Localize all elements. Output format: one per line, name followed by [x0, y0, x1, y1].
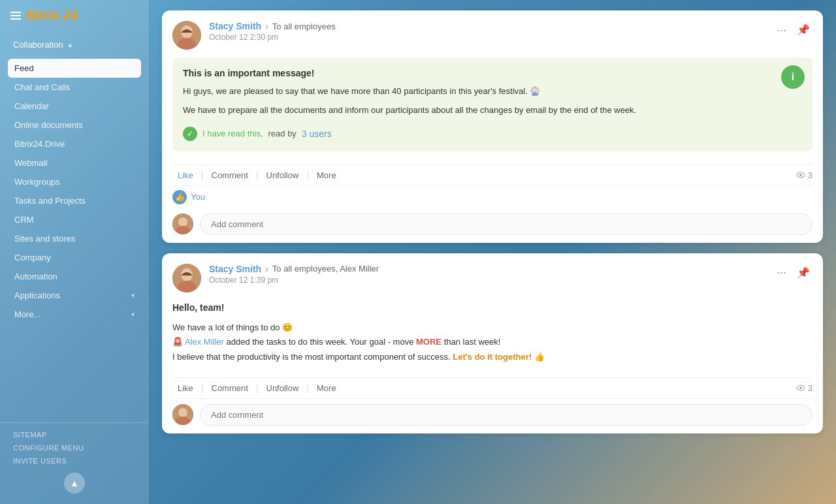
post-header-2: Stacy Smith › To all employees, Alex Mil…: [162, 253, 823, 300]
read-this-row-1: ✓ I have read this, read by 3 users: [183, 127, 802, 141]
post-meta-2: Stacy Smith › To all employees, Alex Mil…: [209, 264, 766, 285]
pin-button-2[interactable]: 📌: [794, 264, 812, 281]
app-number: 24: [63, 8, 78, 22]
sidebar-item-company[interactable]: Company: [8, 248, 141, 267]
sidebar-item-sites[interactable]: Sites and stores: [8, 229, 141, 248]
important-body-1: Hi guys, we are pleased to say that we h…: [183, 85, 802, 118]
collaboration-label: Collaboration: [13, 40, 63, 50]
sidebar-item-online-docs[interactable]: Online documents: [8, 116, 141, 134]
hamburger-icon[interactable]: [10, 12, 21, 20]
more-caps-text: MORE: [416, 337, 442, 347]
author-name-2[interactable]: Stacy Smith: [209, 264, 261, 274]
like-button-1[interactable]: Like: [172, 168, 199, 183]
post-meta-1: Stacy Smith › To all employees October 1…: [209, 21, 766, 42]
sidebar-item-calendar[interactable]: Calendar: [8, 97, 141, 116]
info-icon-1: i: [781, 65, 805, 89]
divider-5: |: [256, 383, 259, 393]
body-post-text: than last week!: [444, 337, 501, 347]
more-button-1[interactable]: More: [312, 168, 342, 183]
read-users-link[interactable]: 3 users: [302, 129, 332, 139]
divider-2: |: [256, 170, 259, 180]
chevron-down-icon-more: ▾: [131, 311, 135, 318]
alert-emoji: 🚨: [172, 337, 183, 347]
action-row-2: Like | Comment | Unfollow | More 3: [172, 377, 812, 399]
comment-input-1[interactable]: [200, 213, 812, 235]
festival-emoji: 🎡: [530, 86, 540, 96]
action-row-1: Like | Comment | Unfollow | More 3: [172, 165, 812, 186]
comment-button-2[interactable]: Comment: [206, 381, 253, 396]
unfollow-button-2[interactable]: Unfollow: [261, 381, 304, 396]
thumbsup-emoji: 👍: [534, 352, 545, 362]
post-time-1: October 12 2:30 pm: [209, 33, 766, 42]
arrow-icon-2: ›: [265, 264, 268, 274]
post-body-2: Hello, team! We have a lot of things to …: [162, 300, 823, 372]
post-menu-button-2[interactable]: ···: [774, 264, 789, 281]
post-menu-button-1[interactable]: ···: [774, 22, 789, 39]
post-author-row-1: Stacy Smith › To all employees: [209, 21, 766, 31]
views-num-2: 3: [808, 383, 812, 393]
post-card-1: Stacy Smith › To all employees October 1…: [162, 10, 823, 243]
eye-icon-2: [796, 383, 805, 392]
views-count-1: 3: [796, 170, 812, 180]
comment-button-1[interactable]: Comment: [206, 168, 253, 183]
views-num-1: 3: [808, 170, 812, 180]
pin-button-1[interactable]: 📌: [794, 21, 812, 39]
sidebar-item-more[interactable]: More... ▾: [8, 305, 141, 324]
like-button-2[interactable]: Like: [172, 381, 199, 396]
important-title-1: This is an important message!: [183, 68, 802, 78]
collaboration-group[interactable]: Collaboration ▲: [8, 36, 141, 54]
divider-4: |: [201, 383, 204, 393]
scroll-top-button[interactable]: ▲: [64, 473, 85, 494]
post-card-2: Stacy Smith › To all employees, Alex Mil…: [162, 253, 823, 433]
body-line2-2: 🚨 Alex Miller added the tasks to do this…: [172, 335, 812, 349]
unfollow-button-1[interactable]: Unfollow: [261, 168, 304, 183]
views-count-2: 3: [796, 383, 812, 393]
post-header-actions-1: ··· 📌: [774, 21, 812, 39]
sidebar-item-drive[interactable]: Bitrix24.Drive: [8, 134, 141, 153]
comment-input-2[interactable]: [200, 404, 812, 426]
chevron-up-icon: ▲: [67, 41, 74, 48]
important-box-1: This is an important message! Hi guys, w…: [172, 57, 812, 151]
svg-point-14: [799, 386, 802, 389]
arrow-icon-1: ›: [265, 21, 268, 31]
sidebar-item-applications[interactable]: Applications ▾: [8, 286, 141, 305]
sidebar-item-tasks[interactable]: Tasks and Projects: [8, 191, 141, 210]
post-time-2: October 12 1:39 pm: [209, 276, 766, 285]
body-line3-pre: I believe that the productivity is the m…: [172, 352, 453, 362]
sidebar-item-chat-calls[interactable]: Chat and Calls: [8, 78, 141, 97]
smile-emoji: 😊: [282, 323, 293, 332]
alex-miller-mention[interactable]: Alex Miller: [185, 337, 224, 347]
sidebar-header: Bitrix 24: [0, 0, 149, 31]
author-name-1[interactable]: Stacy Smith: [209, 21, 261, 31]
sidebar-item-webmail[interactable]: Webmail: [8, 153, 141, 172]
configure-menu-link[interactable]: CONFIGURE MENU: [8, 441, 141, 454]
lets-do-link[interactable]: Let's do it together!: [453, 352, 532, 362]
check-icon-1: ✓: [183, 127, 197, 141]
sidebar-item-feed[interactable]: Feed: [8, 59, 141, 78]
sidebar-item-automation[interactable]: Automation: [8, 267, 141, 286]
sidebar-footer: SITEMAP CONFIGURE MENU INVITE USERS ▲: [0, 422, 149, 504]
comment-row-1: [172, 213, 812, 235]
like-user-1[interactable]: You: [191, 192, 205, 202]
more-button-2[interactable]: More: [312, 381, 342, 396]
svg-point-7: [178, 217, 187, 227]
app-logo: Bitrix 24: [26, 8, 78, 23]
sidebar-item-workgroups[interactable]: Workgroups: [8, 172, 141, 191]
post-header-1: Stacy Smith › To all employees October 1…: [162, 10, 823, 57]
post-target-1: To all employees: [272, 22, 336, 31]
sidebar-nav: Feed Chat and Calls Calendar Online docu…: [0, 56, 149, 422]
svg-point-5: [799, 174, 802, 176]
post-author-row-2: Stacy Smith › To all employees, Alex Mil…: [209, 264, 766, 274]
sidebar-item-crm[interactable]: CRM: [8, 210, 141, 229]
body-line3-2: I believe that the productivity is the m…: [172, 350, 812, 364]
like-thumb-1: 👍: [172, 190, 187, 204]
post-title-2: Hello, team!: [172, 300, 812, 316]
body-mid-text: added the tasks to do this week. Your go…: [227, 337, 417, 347]
post-footer-1: Like | Comment | Unfollow | More 3 👍 You: [162, 159, 823, 243]
post-header-actions-2: ··· 📌: [774, 264, 812, 281]
read-this-link[interactable]: I have read this,: [202, 129, 263, 138]
divider-1: |: [201, 170, 204, 180]
invite-users-link[interactable]: INVITE USERS: [8, 454, 141, 467]
sitemap-link[interactable]: SITEMAP: [8, 428, 141, 441]
collaboration-section: Collaboration ▲: [0, 31, 149, 56]
